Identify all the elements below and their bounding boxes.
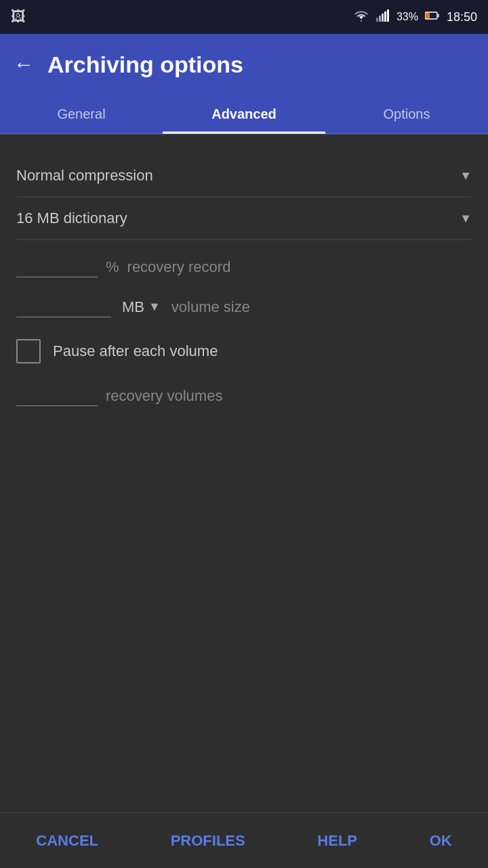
clock: 18:50 [447, 10, 477, 24]
header: ← Archiving options [0, 34, 488, 95]
svg-rect-1 [379, 16, 381, 22]
unit-arrow-icon: ▼ [148, 300, 161, 314]
cancel-button[interactable]: CANCEL [22, 825, 112, 856]
volume-size-label: volume size [171, 298, 250, 316]
svg-rect-3 [384, 12, 386, 22]
tab-general[interactable]: General [0, 95, 163, 134]
svg-rect-7 [437, 14, 439, 18]
volume-size-input[interactable] [16, 296, 111, 317]
recovery-record-label: recovery record [127, 258, 231, 276]
pause-label: Pause after each volume [53, 342, 218, 360]
bottom-bar: CANCEL PROFILES HELP OK [0, 812, 488, 868]
compression-dropdown[interactable]: Normal compression ▼ [16, 155, 472, 197]
battery-icon [425, 11, 440, 23]
recovery-volumes-row: recovery volumes [16, 380, 472, 417]
dictionary-dropdown[interactable]: 16 MB dictionary ▼ [16, 197, 472, 240]
recovery-record-row: % recovery record [16, 240, 472, 283]
svg-rect-0 [376, 18, 378, 22]
tab-options[interactable]: Options [325, 95, 488, 134]
pause-checkbox[interactable] [16, 339, 41, 363]
battery-status: 33% [396, 11, 418, 23]
status-bar: 🖼 33% 18 [0, 0, 488, 34]
dictionary-arrow-icon: ▼ [460, 212, 472, 226]
svg-rect-6 [426, 13, 430, 18]
compression-arrow-icon: ▼ [460, 169, 472, 183]
image-icon: 🖼 [11, 8, 26, 26]
profiles-button[interactable]: PROFILES [157, 825, 259, 856]
back-button[interactable]: ← [14, 53, 34, 76]
recovery-record-input[interactable] [16, 256, 98, 277]
unit-dropdown[interactable]: MB ▼ [122, 298, 161, 316]
svg-rect-4 [387, 9, 389, 22]
percent-label: % [106, 258, 119, 276]
unit-label: MB [122, 298, 144, 316]
recovery-volumes-input[interactable] [16, 385, 98, 406]
signal-icon [376, 9, 390, 24]
page-title: Archiving options [47, 52, 243, 78]
tab-advanced[interactable]: Advanced [163, 95, 325, 134]
svg-rect-2 [382, 14, 384, 22]
recovery-volumes-label: recovery volumes [106, 387, 222, 405]
help-button[interactable]: HELP [304, 825, 371, 856]
ok-button[interactable]: OK [416, 825, 466, 856]
content-area: Normal compression ▼ 16 MB dictionary ▼ … [0, 134, 488, 437]
pause-checkbox-row[interactable]: Pause after each volume [16, 323, 472, 380]
volume-size-row: MB ▼ volume size [16, 283, 472, 323]
wifi-icon [353, 9, 369, 24]
dictionary-label: 16 MB dictionary [16, 210, 127, 227]
status-icons: 33% 18:50 [353, 9, 477, 24]
tab-bar: General Advanced Options [0, 95, 488, 134]
compression-label: Normal compression [16, 167, 153, 184]
